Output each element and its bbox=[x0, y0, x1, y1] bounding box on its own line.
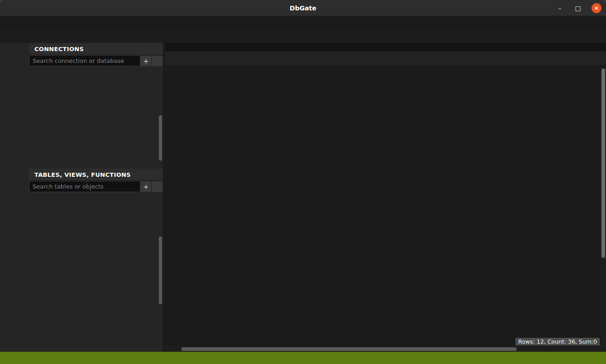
connections-search-input[interactable] bbox=[29, 55, 140, 66]
close-button[interactable]: × bbox=[592, 3, 601, 13]
toolbar bbox=[0, 29, 606, 43]
status-bar bbox=[0, 352, 606, 364]
grid-horizontal-scrollbar[interactable] bbox=[165, 346, 606, 352]
dbgate-window: DbGate – □ × CONNECTIONS + TABLES, VIEWS… bbox=[0, 0, 606, 364]
maximize-button[interactable]: □ bbox=[573, 5, 582, 12]
object-tab-strip bbox=[165, 52, 606, 65]
add-table-small-button[interactable]: + bbox=[140, 181, 152, 192]
data-grid: Rows: 12, Count: 36, Sum:0 bbox=[165, 68, 606, 352]
connections-scrollbar[interactable] bbox=[159, 115, 162, 161]
connections-panel-title: CONNECTIONS bbox=[29, 43, 163, 55]
tables-panel-title: TABLES, VIEWS, FUNCTIONS bbox=[29, 169, 163, 181]
connections-refresh-button[interactable] bbox=[152, 55, 163, 66]
menu-bar bbox=[0, 16, 606, 29]
add-connection-small-button[interactable]: + bbox=[140, 55, 152, 66]
tables-refresh-button[interactable] bbox=[152, 181, 163, 192]
title-bar: DbGate – □ × bbox=[0, 0, 606, 16]
minimize-button[interactable]: – bbox=[555, 5, 564, 12]
window-title: DbGate bbox=[0, 5, 606, 12]
tables-search-input[interactable] bbox=[29, 181, 140, 192]
database-tab-strip bbox=[165, 43, 606, 52]
grid-vertical-scrollbar[interactable] bbox=[601, 68, 606, 346]
selection-stats-badge: Rows: 12, Count: 36, Sum:0 bbox=[515, 338, 600, 345]
left-panel: CONNECTIONS + TABLES, VIEWS, FUNCTIONS + bbox=[29, 43, 163, 352]
icon-rail bbox=[0, 43, 29, 352]
tables-scrollbar[interactable] bbox=[159, 236, 162, 304]
